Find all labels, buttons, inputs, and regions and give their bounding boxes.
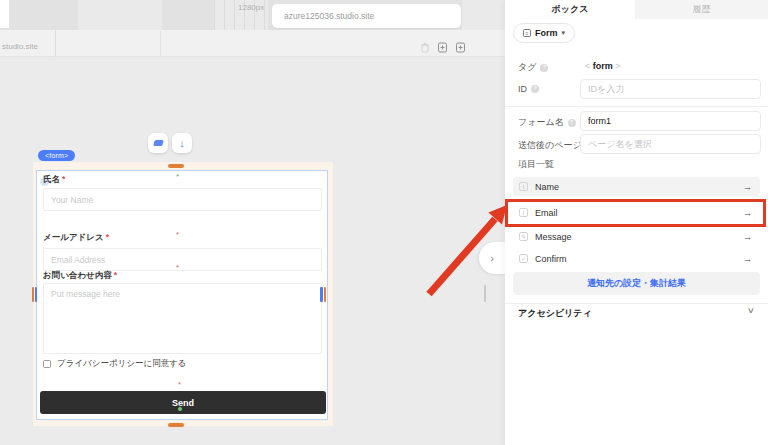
- spacing-marker: *: [176, 264, 179, 272]
- form-name-input[interactable]: [580, 111, 761, 131]
- arrow-right-icon: →: [743, 254, 752, 264]
- accessibility-section-header[interactable]: アクセシビリティ: [518, 307, 592, 320]
- form-tag-badge[interactable]: <form>: [38, 150, 75, 161]
- ruler-segment: [462, 0, 505, 30]
- form-element-icon: ≡: [523, 29, 531, 37]
- breakpoint-width-label: 1280px: [238, 3, 264, 12]
- divider: [505, 303, 768, 304]
- spacing-marker: *: [176, 231, 179, 239]
- tag-value[interactable]: < form >: [585, 61, 621, 71]
- field-label-message: お問い合わせ内容*: [43, 270, 117, 282]
- spacing-marker: *: [176, 173, 179, 181]
- info-icon[interactable]: ?: [568, 119, 576, 127]
- id-row-label: ID ?: [518, 84, 539, 94]
- divider: [160, 30, 161, 57]
- items-header: 項目一覧: [518, 158, 554, 171]
- move-down-button[interactable]: ↓: [172, 133, 192, 153]
- divider: [55, 30, 56, 57]
- margin-handle-top[interactable]: [168, 164, 184, 168]
- field-label-name: 氏名*: [43, 174, 65, 186]
- site-url-tab[interactable]: azure125036.studio.site: [272, 4, 461, 28]
- item-row-name[interactable]: I Name →: [513, 177, 760, 196]
- id-input[interactable]: [580, 79, 761, 99]
- notify-settings-button[interactable]: 通知先の設定・集計結果: [513, 272, 760, 295]
- style-flag-button[interactable]: [148, 133, 168, 153]
- info-icon[interactable]: ?: [540, 64, 548, 72]
- spacing-marker: [178, 407, 182, 411]
- spacing-marker: *: [178, 381, 181, 389]
- privacy-checkbox-label: プライバシーポリシーに同意する: [57, 358, 187, 370]
- send-button[interactable]: Send: [40, 391, 326, 414]
- element-type-chip[interactable]: ≡ Form ▾: [513, 23, 575, 43]
- form-canvas[interactable]: 氏名* メールアドレス* お問い合わせ内容* プライバシーポリシーに同意する S…: [36, 170, 328, 420]
- divider: [505, 106, 768, 107]
- after-submit-select[interactable]: [580, 134, 761, 154]
- info-icon[interactable]: ?: [531, 85, 539, 93]
- tab-history[interactable]: 履歴: [635, 0, 768, 19]
- privacy-checkbox[interactable]: [43, 360, 51, 368]
- resize-handle-right-inner[interactable]: [320, 287, 323, 302]
- spacing-marker: *: [178, 362, 181, 370]
- name-input[interactable]: [43, 188, 322, 211]
- required-mark: *: [62, 174, 65, 184]
- flag-icon: [153, 140, 163, 146]
- field-label-email: メールアドレス*: [43, 232, 109, 244]
- ruler-segment: [78, 0, 162, 30]
- duplicate-page-icon[interactable]: [437, 39, 448, 57]
- form-name-label: フォーム名 ?: [518, 116, 576, 129]
- left-site-tab[interactable]: studio.site: [2, 42, 38, 51]
- text-field-icon: I: [519, 182, 528, 191]
- chevron-down-icon: ▾: [562, 29, 566, 37]
- chevron-down-icon[interactable]: ∨: [747, 306, 755, 315]
- corner-block: [0, 0, 9, 28]
- tab-box[interactable]: ボックス: [505, 0, 635, 19]
- required-mark: *: [114, 270, 117, 280]
- resize-handle-right[interactable]: [324, 287, 327, 302]
- tag-row-label: タグ ?: [518, 61, 548, 74]
- trash-icon[interactable]: [420, 39, 430, 57]
- checkbox-icon: ✓: [519, 254, 528, 263]
- arrow-right-icon: →: [743, 232, 752, 242]
- resize-handle-left-inner[interactable]: [35, 287, 38, 302]
- scrollbar-thumb[interactable]: [484, 285, 486, 302]
- item-row-confirm[interactable]: ✓ Confirm →: [513, 249, 760, 268]
- arrow-right-icon: →: [743, 182, 752, 192]
- item-row-message[interactable]: ✎ Message →: [513, 227, 760, 246]
- after-submit-label: 送信後のページ: [518, 139, 582, 152]
- email-highlight-box: [505, 199, 766, 227]
- resize-handle-left[interactable]: [32, 287, 35, 302]
- required-mark: *: [106, 232, 109, 242]
- chevron-right-icon: ›: [490, 252, 494, 264]
- arrow-down-icon: ↓: [179, 138, 185, 149]
- email-input[interactable]: [43, 248, 322, 271]
- message-textarea[interactable]: [43, 283, 322, 354]
- margin-handle-bottom[interactable]: [168, 423, 184, 427]
- add-page-icon[interactable]: [455, 39, 466, 57]
- panel-collapse-button[interactable]: ›: [479, 242, 505, 274]
- textarea-icon: ✎: [519, 232, 528, 241]
